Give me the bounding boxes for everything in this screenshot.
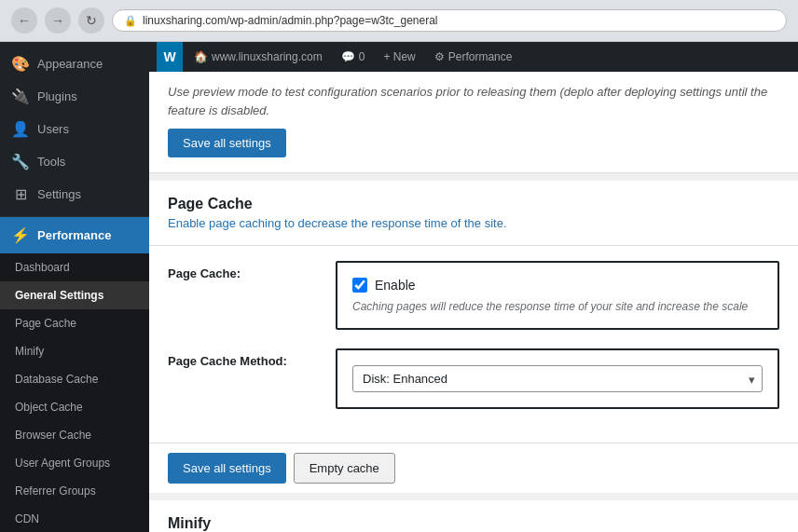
adminbar-comments[interactable]: 💬 0 — [334, 50, 373, 63]
reload-button[interactable]: ↻ — [78, 7, 104, 34]
comments-icon: 💬 — [341, 50, 355, 63]
adminbar-performance-icon: ⚙ — [434, 50, 445, 63]
page-cache-method-label: Page Cache Method: — [168, 348, 336, 368]
page-cache-method-box: Disk: Enhanced Disk: Basic Opcode: APC M… — [336, 348, 779, 409]
sidebar-item-tools[interactable]: 🔧 Tools — [0, 145, 149, 178]
sidebar-item-minify[interactable]: Minify — [0, 337, 149, 365]
empty-cache-button[interactable]: Empty cache — [294, 453, 395, 484]
page-cache-body: Page Cache: Enable Caching pages will re… — [149, 246, 798, 443]
page-cache-description: Enable page caching to decrease the resp… — [168, 216, 779, 230]
main-content: W 🏠 www.linuxsharing.com 💬 0 + New ⚙ Per… — [149, 42, 798, 532]
wp-admin-layout: 🎨 Appearance 🔌 Plugins 👤 Users 🔧 Tools ⊞… — [0, 42, 798, 532]
sidebar-item-appearance[interactable]: 🎨 Appearance — [0, 48, 149, 80]
separator-2 — [149, 493, 798, 500]
preview-text: Use preview mode to test configuration s… — [168, 83, 779, 119]
browser-chrome: ← → ↻ 🔒 linuxsharing.com/wp-admin/admin.… — [0, 0, 798, 42]
tools-icon: 🔧 — [11, 153, 30, 171]
sidebar-item-cdn[interactable]: CDN — [0, 505, 149, 532]
page-cache-hint: Caching pages will reduce the response t… — [352, 300, 763, 313]
performance-header[interactable]: ⚡ Performance — [0, 217, 149, 253]
home-icon: 🏠 — [194, 50, 208, 63]
page-cache-method-select[interactable]: Disk: Enhanced Disk: Basic Opcode: APC M… — [352, 365, 763, 392]
forward-button[interactable]: → — [45, 7, 71, 34]
admin-bar: W 🏠 www.linuxsharing.com 💬 0 + New ⚙ Per… — [149, 42, 798, 72]
sidebar-item-page-cache[interactable]: Page Cache — [0, 309, 149, 337]
save-all-settings-button[interactable]: Save all settings — [168, 453, 286, 484]
page-cache-bordered-box: Enable Caching pages will reduce the res… — [336, 261, 779, 330]
users-icon: 👤 — [11, 120, 30, 138]
adminbar-site[interactable]: 🏠 www.linuxsharing.com — [186, 50, 330, 63]
page-cache-section: Page Cache Enable page caching to decrea… — [149, 181, 798, 493]
sidebar-item-general-settings[interactable]: General Settings — [0, 281, 149, 309]
page-cache-form-row: Page Cache: Enable Caching pages will re… — [168, 261, 779, 330]
url-text: linuxsharing.com/wp-admin/admin.php?page… — [143, 14, 438, 27]
preview-section: Use preview mode to test configuration s… — [149, 72, 798, 173]
sidebar-item-database-cache[interactable]: Database Cache — [0, 365, 149, 393]
wp-logo[interactable]: W — [157, 42, 183, 72]
adminbar-new[interactable]: + New — [376, 50, 422, 63]
page-cache-checkbox[interactable] — [352, 278, 367, 293]
address-bar[interactable]: 🔒 linuxsharing.com/wp-admin/admin.php?pa… — [112, 9, 787, 32]
performance-submenu: Dashboard General Settings Page Cache Mi… — [0, 253, 149, 532]
enable-checkbox-label: Enable — [375, 278, 416, 293]
sidebar-item-referrer-groups[interactable]: Referrer Groups — [0, 477, 149, 505]
page-cache-header: Page Cache Enable page caching to decrea… — [149, 181, 798, 246]
page-cache-control: Enable Caching pages will reduce the res… — [336, 261, 779, 330]
lock-icon: 🔒 — [124, 15, 137, 27]
sidebar-item-users[interactable]: 👤 Users — [0, 113, 149, 145]
back-button[interactable]: ← — [11, 7, 37, 34]
page-cache-method-control: Disk: Enhanced Disk: Basic Opcode: APC M… — [336, 348, 779, 409]
save-all-settings-top-button[interactable]: Save all settings — [168, 129, 286, 157]
sidebar-item-object-cache[interactable]: Object Cache — [0, 393, 149, 421]
sidebar-item-user-agent-groups[interactable]: User Agent Groups — [0, 449, 149, 477]
adminbar-performance[interactable]: ⚙ Performance — [427, 50, 520, 63]
minify-section: Minify — [149, 500, 798, 532]
buttons-row: Save all settings Empty cache — [149, 443, 798, 493]
page-cache-method-select-wrap: Disk: Enhanced Disk: Basic Opcode: APC M… — [352, 365, 763, 392]
performance-icon: ⚡ — [11, 226, 30, 244]
sidebar-item-dashboard[interactable]: Dashboard — [0, 253, 149, 281]
sidebar-item-browser-cache[interactable]: Browser Cache — [0, 421, 149, 449]
page-cache-label: Page Cache: — [168, 261, 336, 280]
sidebar-item-plugins[interactable]: 🔌 Plugins — [0, 80, 149, 113]
minify-title: Minify — [168, 515, 779, 532]
sidebar: 🎨 Appearance 🔌 Plugins 👤 Users 🔧 Tools ⊞… — [0, 42, 149, 532]
plugins-icon: 🔌 — [11, 88, 30, 105]
settings-icon: ⊞ — [11, 185, 30, 203]
appearance-icon: 🎨 — [11, 55, 30, 73]
enable-checkbox-row: Enable — [352, 278, 763, 293]
sidebar-item-settings[interactable]: ⊞ Settings — [0, 178, 149, 211]
separator-1 — [149, 173, 798, 181]
page-cache-title: Page Cache — [168, 196, 779, 212]
page-cache-method-row: Page Cache Method: Disk: Enhanced Disk: … — [168, 348, 779, 409]
